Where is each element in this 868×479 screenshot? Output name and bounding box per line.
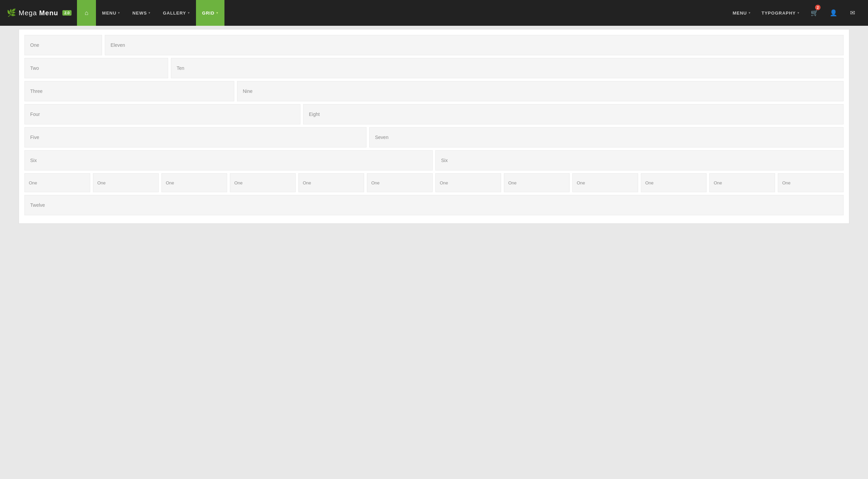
nav-item-typography[interactable]: TYPOGRAPHY ▾ xyxy=(757,0,804,26)
grid-cell-twelve: Twelve xyxy=(24,195,844,215)
nav-item-news[interactable]: NEWS ▾ xyxy=(126,0,157,26)
grid-cell-four: Four xyxy=(24,104,300,124)
grid-cell-eight: Eight xyxy=(303,104,844,124)
list-item: One xyxy=(778,173,844,192)
grid-cell-three: Three xyxy=(24,81,234,101)
chevron-down-icon: ▾ xyxy=(149,11,151,15)
grid-cell-nine: Nine xyxy=(237,81,844,101)
grid-row-6-6: Six Six xyxy=(24,150,844,171)
list-item: One xyxy=(298,173,364,192)
grid-row-ones: One One One One One One One One One One … xyxy=(24,173,844,192)
grid-cell-ten: Ten xyxy=(171,58,844,78)
list-item: One xyxy=(93,173,159,192)
leaf-icon: 🌿 xyxy=(7,8,16,17)
grid-cell-six-left: Six xyxy=(24,150,433,171)
mail-icon: ✉ xyxy=(850,9,855,17)
nav-item-grid[interactable]: GRID ▾ xyxy=(196,0,224,26)
grid-row-4-8: Four Eight xyxy=(24,104,844,124)
grid-row-twelve: Twelve xyxy=(24,195,844,215)
user-button[interactable]: 👤 xyxy=(825,0,842,26)
list-item: One xyxy=(161,173,227,192)
list-item: One xyxy=(230,173,296,192)
mail-button[interactable]: ✉ xyxy=(844,0,861,26)
grid-cell-six-right: Six xyxy=(435,150,844,171)
chevron-down-icon: ▾ xyxy=(749,11,751,15)
nav-right: MENU ▾ TYPOGRAPHY ▾ 🛒 2 👤 ✉ xyxy=(728,0,861,26)
brand-name: Mega Menu xyxy=(19,9,58,17)
nav-item-menu[interactable]: MENU ▾ xyxy=(96,0,126,26)
chevron-down-icon: ▾ xyxy=(216,11,218,15)
grid-row-1-11: One Eleven xyxy=(24,35,844,55)
chevron-down-icon: ▾ xyxy=(797,11,800,15)
cart-badge: 2 xyxy=(815,5,821,10)
home-icon: ⌂ xyxy=(85,9,88,17)
chevron-down-icon: ▾ xyxy=(118,11,120,15)
nav-left: 🌿 Mega Menu 2.0 ⌂ MENU ▾ NEWS ▾ GALLERY … xyxy=(7,0,728,26)
cart-icon: 🛒 xyxy=(811,9,818,17)
grid-row-3-9: Three Nine xyxy=(24,81,844,101)
brand-version: 2.0 xyxy=(62,10,72,16)
nav-item-menu-right[interactable]: MENU ▾ xyxy=(728,0,755,26)
list-item: One xyxy=(435,173,501,192)
nav-item-gallery[interactable]: GALLERY ▾ xyxy=(157,0,196,26)
list-item: One xyxy=(572,173,638,192)
user-icon: 👤 xyxy=(830,9,837,17)
list-item: One xyxy=(641,173,707,192)
grid-cell-seven: Seven xyxy=(369,127,844,147)
list-item: One xyxy=(24,173,90,192)
grid-cell-five: Five xyxy=(24,127,367,147)
navbar: 🌿 Mega Menu 2.0 ⌂ MENU ▾ NEWS ▾ GALLERY … xyxy=(0,0,868,26)
grid-row-2-10: Two Ten xyxy=(24,58,844,78)
list-item: One xyxy=(367,173,433,192)
grid-cell-eleven: Eleven xyxy=(105,35,844,55)
grid-cell-one: One xyxy=(24,35,102,55)
list-item: One xyxy=(504,173,570,192)
chevron-down-icon: ▾ xyxy=(188,11,190,15)
main-content: One Eleven Two Ten Three Nine Four Eight xyxy=(19,29,849,224)
list-item: One xyxy=(709,173,775,192)
nav-home-button[interactable]: ⌂ xyxy=(77,0,96,26)
navbar-brand: 🌿 Mega Menu 2.0 xyxy=(7,8,72,17)
grid-cell-two: Two xyxy=(24,58,168,78)
grid-row-5-7: Five Seven xyxy=(24,127,844,147)
cart-button[interactable]: 🛒 2 xyxy=(806,0,823,26)
